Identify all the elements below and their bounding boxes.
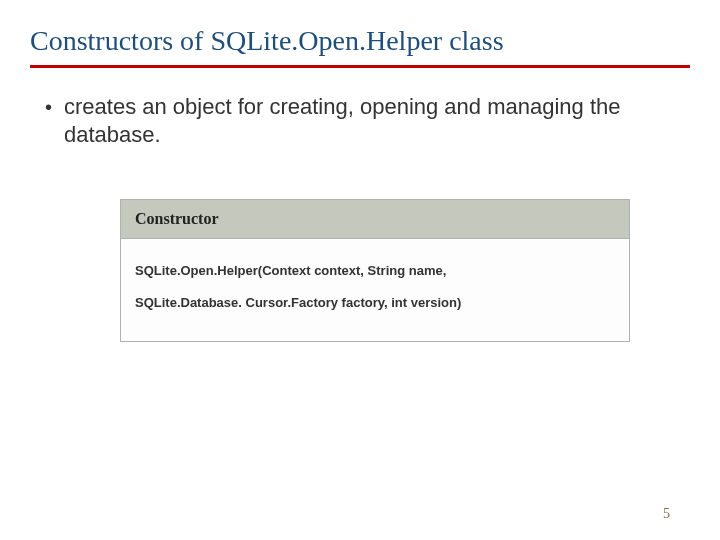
code-box-body: SQLite.Open.Helper(Context context, Stri… bbox=[121, 239, 629, 341]
constructor-code-box: Constructor SQLite.Open.Helper(Context c… bbox=[120, 199, 630, 342]
page-number: 5 bbox=[663, 506, 670, 522]
code-line-1: SQLite.Open.Helper(Context context, Stri… bbox=[135, 255, 615, 287]
bullet-dot-icon: • bbox=[45, 93, 52, 121]
title-underline bbox=[30, 65, 690, 68]
bullet-item: • creates an object for creating, openin… bbox=[45, 93, 690, 149]
code-box-header: Constructor bbox=[121, 200, 629, 239]
bullet-section: • creates an object for creating, openin… bbox=[30, 93, 690, 149]
bullet-text: creates an object for creating, opening … bbox=[64, 93, 690, 149]
slide-title: Constructors of SQLite.Open.Helper class bbox=[30, 25, 690, 57]
code-line-2: SQLite.Database. Cursor.Factory factory,… bbox=[135, 287, 615, 319]
